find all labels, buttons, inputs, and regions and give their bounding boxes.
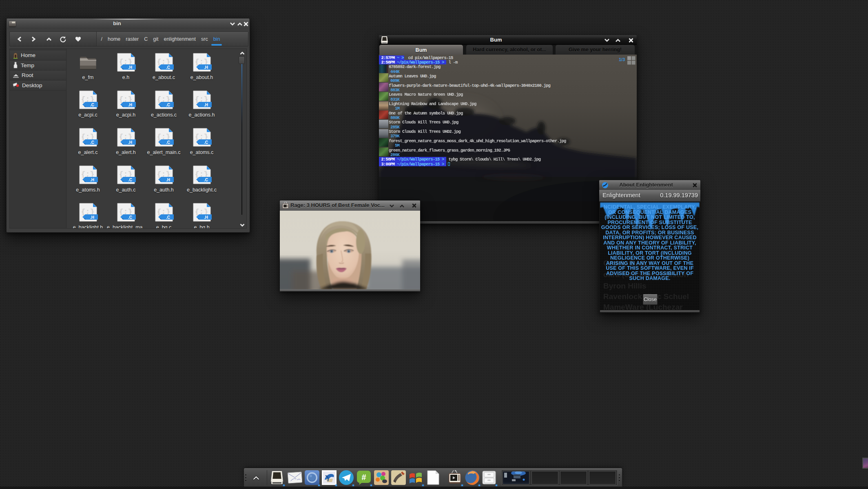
svg-text:.H: .H <box>204 215 208 220</box>
svg-text:.H: .H <box>128 140 132 145</box>
svg-text:.H: .H <box>204 103 208 107</box>
svg-text:.C: .C <box>128 178 132 182</box>
svg-text:.C: .C <box>166 65 170 70</box>
svg-text:.H: .H <box>204 65 208 70</box>
svg-text:.C: .C <box>166 103 170 107</box>
svg-text:.H: .H <box>90 178 94 182</box>
svg-text:.H: .H <box>128 103 132 107</box>
svg-text:.C: .C <box>128 215 132 220</box>
svg-text:.C: .C <box>166 215 170 220</box>
svg-text:.C: .C <box>166 140 170 145</box>
svg-text:.C: .C <box>90 103 94 107</box>
svg-text:#: # <box>361 473 366 482</box>
svg-text:.H: .H <box>166 178 170 182</box>
svg-text:.C: .C <box>204 178 208 182</box>
svg-text:.H: .H <box>128 65 132 70</box>
svg-text:.C: .C <box>204 140 208 145</box>
svg-text:.C: .C <box>90 140 94 145</box>
svg-text:.H: .H <box>90 215 94 220</box>
